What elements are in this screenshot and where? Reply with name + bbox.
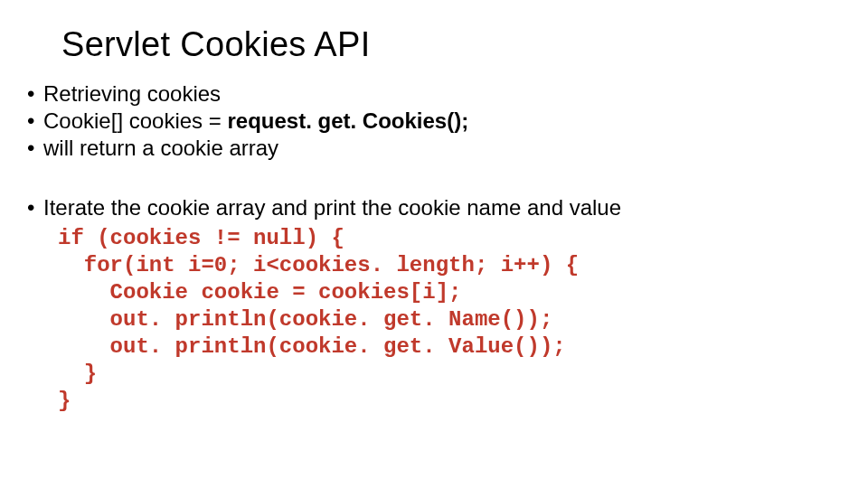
bullet-cookie-decl: Cookie[] cookies = request. get. Cookies…	[27, 108, 841, 135]
bullet-retrieving-text: Retrieving cookies	[43, 81, 221, 106]
cookie-decl-prefix: Cookie[] cookies =	[43, 108, 227, 133]
bullet-retrieving: Retrieving cookies	[27, 80, 841, 108]
cookie-decl-bold: request. get. Cookies();	[227, 108, 468, 133]
spacer	[27, 162, 841, 194]
bullet-iterate-text: Iterate the cookie array and print the c…	[43, 195, 621, 220]
code-block: if (cookies != null) { for(int i=0; i<co…	[58, 225, 841, 415]
bullet-will-return: will return a cookie array	[27, 135, 841, 162]
slide: Servlet Cookies API Retrieving cookies C…	[0, 0, 868, 488]
slide-title: Servlet Cookies API	[61, 25, 841, 64]
bullet-iterate: Iterate the cookie array and print the c…	[27, 194, 841, 221]
will-return-text: will return a cookie array	[43, 136, 278, 160]
slide-body: Retrieving cookies Cookie[] cookies = re…	[27, 80, 841, 415]
